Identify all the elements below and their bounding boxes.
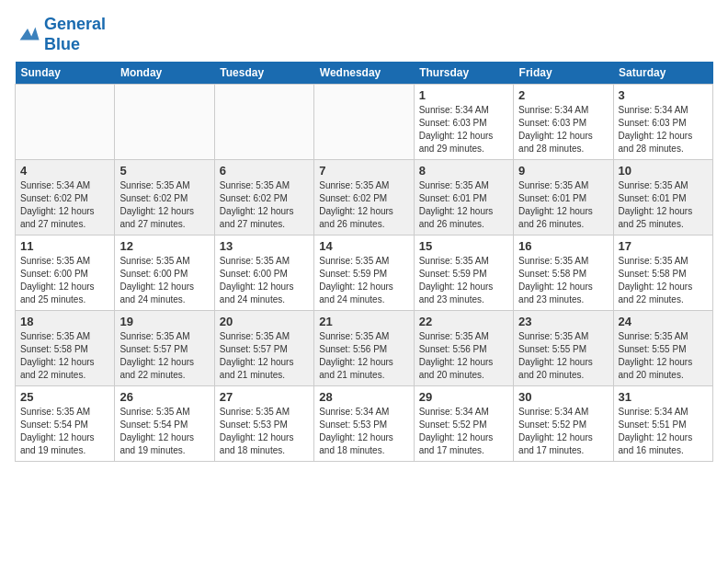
day-number: 19 — [119, 315, 209, 328]
calendar-cell — [16, 85, 115, 160]
day-info: Sunrise: 5:34 AMSunset: 6:03 PMDaylight:… — [419, 104, 508, 155]
calendar-cell: 13Sunrise: 5:35 AMSunset: 6:00 PMDayligh… — [214, 236, 313, 311]
calendar-cell: 18Sunrise: 5:35 AMSunset: 5:58 PMDayligh… — [16, 311, 115, 386]
day-number: 17 — [619, 239, 708, 253]
day-number: 18 — [20, 315, 109, 328]
day-info: Sunrise: 5:34 AMSunset: 5:53 PMDaylight:… — [319, 406, 408, 457]
calendar-cell: 21Sunrise: 5:35 AMSunset: 5:56 PMDayligh… — [314, 311, 414, 386]
day-info: Sunrise: 5:35 AMSunset: 6:01 PMDaylight:… — [518, 179, 608, 231]
calendar-cell: 14Sunrise: 5:35 AMSunset: 5:59 PMDayligh… — [314, 236, 414, 311]
day-number: 10 — [619, 164, 708, 178]
day-number: 1 — [419, 88, 508, 102]
day-number: 28 — [319, 390, 408, 404]
day-info: Sunrise: 5:35 AMSunset: 5:59 PMDaylight:… — [419, 255, 508, 306]
calendar-cell: 9Sunrise: 5:35 AMSunset: 6:01 PMDaylight… — [514, 160, 613, 236]
day-info: Sunrise: 5:35 AMSunset: 6:02 PMDaylight:… — [220, 179, 309, 231]
day-info: Sunrise: 5:35 AMSunset: 5:57 PMDaylight:… — [220, 330, 309, 382]
calendar-cell: 26Sunrise: 5:35 AMSunset: 5:54 PMDayligh… — [115, 386, 214, 462]
calendar-cell: 7Sunrise: 5:35 AMSunset: 6:02 PMDaylight… — [314, 160, 414, 236]
day-info: Sunrise: 5:34 AMSunset: 6:03 PMDaylight:… — [619, 104, 708, 155]
calendar-cell — [115, 85, 214, 160]
calendar-week-5: 25Sunrise: 5:35 AMSunset: 5:54 PMDayligh… — [16, 386, 713, 462]
header-row: SundayMondayTuesdayWednesdayThursdayFrid… — [16, 62, 713, 85]
calendar-cell: 22Sunrise: 5:35 AMSunset: 5:56 PMDayligh… — [414, 311, 513, 386]
day-info: Sunrise: 5:35 AMSunset: 6:01 PMDaylight:… — [619, 179, 708, 231]
day-number: 7 — [319, 164, 408, 178]
day-info: Sunrise: 5:34 AMSunset: 5:51 PMDaylight:… — [619, 406, 708, 457]
calendar-week-4: 18Sunrise: 5:35 AMSunset: 5:58 PMDayligh… — [16, 311, 713, 386]
day-number: 11 — [20, 239, 109, 253]
calendar-cell: 29Sunrise: 5:34 AMSunset: 5:52 PMDayligh… — [414, 386, 513, 462]
calendar-cell — [314, 85, 414, 160]
day-info: Sunrise: 5:35 AMSunset: 5:54 PMDaylight:… — [20, 406, 109, 457]
calendar-week-1: 1Sunrise: 5:34 AMSunset: 6:03 PMDaylight… — [16, 85, 713, 160]
column-header-sunday: Sunday — [16, 62, 115, 85]
day-info: Sunrise: 5:35 AMSunset: 5:56 PMDaylight:… — [419, 330, 508, 382]
day-info: Sunrise: 5:34 AMSunset: 5:52 PMDaylight:… — [419, 406, 508, 457]
day-number: 12 — [119, 239, 209, 253]
calendar-cell: 27Sunrise: 5:35 AMSunset: 5:53 PMDayligh… — [214, 386, 313, 462]
day-number: 5 — [119, 164, 209, 178]
calendar-cell: 16Sunrise: 5:35 AMSunset: 5:58 PMDayligh… — [514, 236, 613, 311]
day-number: 4 — [20, 164, 109, 178]
calendar-week-3: 11Sunrise: 5:35 AMSunset: 6:00 PMDayligh… — [16, 236, 713, 311]
day-info: Sunrise: 5:35 AMSunset: 5:54 PMDaylight:… — [119, 406, 209, 457]
calendar-cell: 31Sunrise: 5:34 AMSunset: 5:51 PMDayligh… — [613, 386, 712, 462]
calendar-cell: 28Sunrise: 5:34 AMSunset: 5:53 PMDayligh… — [314, 386, 414, 462]
column-header-thursday: Thursday — [414, 62, 513, 85]
calendar-cell: 17Sunrise: 5:35 AMSunset: 5:58 PMDayligh… — [613, 236, 712, 311]
calendar-cell: 2Sunrise: 5:34 AMSunset: 6:03 PMDaylight… — [514, 85, 613, 160]
calendar-cell — [214, 85, 313, 160]
day-info: Sunrise: 5:35 AMSunset: 5:59 PMDaylight:… — [319, 255, 408, 306]
calendar-week-2: 4Sunrise: 5:34 AMSunset: 6:02 PMDaylight… — [16, 160, 713, 236]
day-number: 13 — [220, 239, 309, 253]
calendar-cell: 11Sunrise: 5:35 AMSunset: 6:00 PMDayligh… — [16, 236, 115, 311]
calendar-cell: 1Sunrise: 5:34 AMSunset: 6:03 PMDaylight… — [414, 85, 513, 160]
day-number: 23 — [518, 315, 608, 328]
calendar-table: SundayMondayTuesdayWednesdayThursdayFrid… — [15, 62, 713, 462]
calendar-cell: 15Sunrise: 5:35 AMSunset: 5:59 PMDayligh… — [414, 236, 513, 311]
day-number: 16 — [518, 239, 608, 253]
day-info: Sunrise: 5:35 AMSunset: 6:02 PMDaylight:… — [319, 179, 408, 231]
calendar-cell: 3Sunrise: 5:34 AMSunset: 6:03 PMDaylight… — [613, 85, 712, 160]
day-number: 29 — [419, 390, 508, 404]
column-header-saturday: Saturday — [613, 62, 712, 85]
day-info: Sunrise: 5:35 AMSunset: 6:00 PMDaylight:… — [20, 255, 109, 306]
day-number: 14 — [319, 239, 408, 253]
logo-text: General Blue — [44, 15, 106, 54]
day-info: Sunrise: 5:34 AMSunset: 6:02 PMDaylight:… — [20, 179, 109, 231]
column-header-tuesday: Tuesday — [214, 62, 313, 85]
calendar-cell: 8Sunrise: 5:35 AMSunset: 6:01 PMDaylight… — [414, 160, 513, 236]
day-info: Sunrise: 5:35 AMSunset: 5:58 PMDaylight:… — [518, 255, 608, 306]
page-header: General Blue — [15, 15, 713, 54]
day-number: 6 — [220, 164, 309, 178]
logo: General Blue — [15, 15, 106, 54]
day-info: Sunrise: 5:35 AMSunset: 5:56 PMDaylight:… — [319, 330, 408, 382]
calendar-cell: 20Sunrise: 5:35 AMSunset: 5:57 PMDayligh… — [214, 311, 313, 386]
day-info: Sunrise: 5:35 AMSunset: 5:55 PMDaylight:… — [619, 330, 708, 382]
day-info: Sunrise: 5:35 AMSunset: 6:00 PMDaylight:… — [119, 255, 209, 306]
day-info: Sunrise: 5:34 AMSunset: 6:03 PMDaylight:… — [518, 104, 608, 155]
day-number: 25 — [20, 390, 109, 404]
day-info: Sunrise: 5:35 AMSunset: 5:53 PMDaylight:… — [220, 406, 309, 457]
day-info: Sunrise: 5:35 AMSunset: 6:01 PMDaylight:… — [419, 179, 508, 231]
calendar-cell: 6Sunrise: 5:35 AMSunset: 6:02 PMDaylight… — [214, 160, 313, 236]
column-header-wednesday: Wednesday — [314, 62, 414, 85]
calendar-cell: 12Sunrise: 5:35 AMSunset: 6:00 PMDayligh… — [115, 236, 214, 311]
calendar-cell: 23Sunrise: 5:35 AMSunset: 5:55 PMDayligh… — [514, 311, 613, 386]
day-number: 30 — [518, 390, 608, 404]
calendar-cell: 25Sunrise: 5:35 AMSunset: 5:54 PMDayligh… — [16, 386, 115, 462]
svg-marker-0 — [20, 27, 40, 40]
day-number: 21 — [319, 315, 408, 328]
calendar-cell: 30Sunrise: 5:34 AMSunset: 5:52 PMDayligh… — [514, 386, 613, 462]
day-number: 20 — [220, 315, 309, 328]
calendar-cell: 4Sunrise: 5:34 AMSunset: 6:02 PMDaylight… — [16, 160, 115, 236]
calendar-cell: 24Sunrise: 5:35 AMSunset: 5:55 PMDayligh… — [613, 311, 712, 386]
column-header-monday: Monday — [115, 62, 214, 85]
day-info: Sunrise: 5:35 AMSunset: 5:57 PMDaylight:… — [119, 330, 209, 382]
day-number: 31 — [619, 390, 708, 404]
day-number: 27 — [220, 390, 309, 404]
logo-bird-icon — [15, 22, 40, 48]
day-number: 3 — [619, 88, 708, 102]
day-info: Sunrise: 5:35 AMSunset: 6:00 PMDaylight:… — [220, 255, 309, 306]
